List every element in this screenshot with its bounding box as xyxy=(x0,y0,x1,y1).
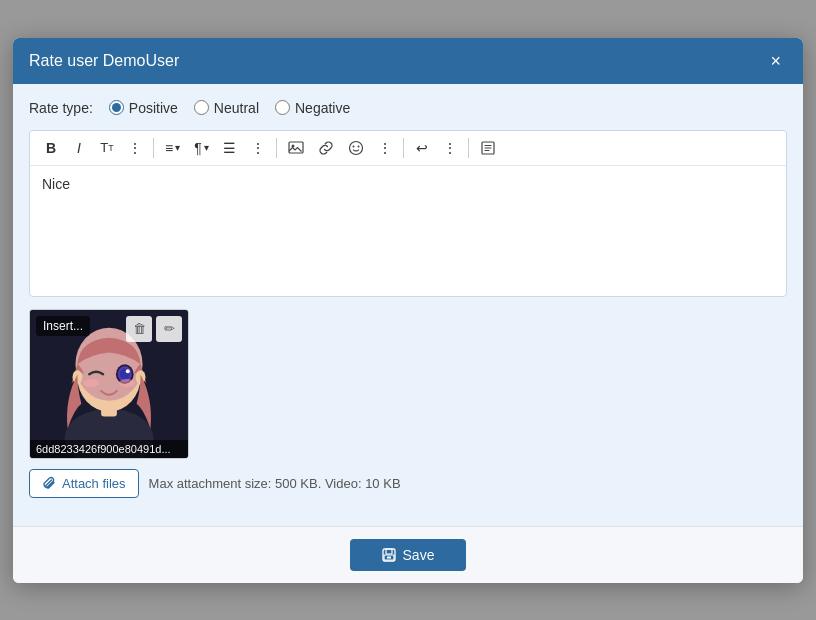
editor-text: Nice xyxy=(42,176,70,192)
svg-point-1 xyxy=(291,144,294,147)
paperclip-icon xyxy=(42,476,56,490)
bold-button[interactable]: B xyxy=(38,135,64,161)
radio-positive[interactable] xyxy=(109,100,124,115)
more-history-button[interactable]: ⋮ xyxy=(437,135,463,161)
save-icon xyxy=(382,548,396,562)
radio-positive-label: Positive xyxy=(129,100,178,116)
svg-point-3 xyxy=(352,145,354,147)
rate-type-label: Rate type: xyxy=(29,100,93,116)
more-text-button[interactable]: ⋮ xyxy=(122,135,148,161)
modal-body: Rate type: Positive Neutral Negative xyxy=(13,84,803,526)
link-button[interactable] xyxy=(312,135,340,161)
radio-group: Positive Neutral Negative xyxy=(109,100,350,116)
svg-point-16 xyxy=(119,379,135,387)
image-edit-button[interactable]: ✏ xyxy=(156,316,182,342)
more-format-button[interactable]: ⋮ xyxy=(245,135,271,161)
image-thumbnail: Insert... 🗑 ✏ 6dd8233426f900e80491d... xyxy=(29,309,189,459)
rate-type-row: Rate type: Positive Neutral Negative xyxy=(29,100,787,116)
attach-info-text: Max attachment size: 500 KB. Video: 10 K… xyxy=(149,476,401,491)
toolbar-separator-4 xyxy=(468,138,469,158)
toolbar-separator-3 xyxy=(403,138,404,158)
svg-rect-20 xyxy=(386,549,392,554)
attach-files-button[interactable]: Attach files xyxy=(29,469,139,498)
save-button[interactable]: Save xyxy=(350,539,467,571)
modal-overlay: Rate user DemoUser × Rate type: Positive… xyxy=(0,0,816,620)
attachment-image-row: Insert... 🗑 ✏ 6dd8233426f900e80491d... xyxy=(29,309,787,459)
more-insert-button[interactable]: ⋮ xyxy=(372,135,398,161)
editor-content-area[interactable]: Nice xyxy=(30,166,786,296)
list-button[interactable]: ☰ xyxy=(217,135,243,161)
emoji-button[interactable] xyxy=(342,135,370,161)
toolbar-separator-2 xyxy=(276,138,277,158)
svg-point-14 xyxy=(126,369,130,373)
italic-button[interactable]: I xyxy=(66,135,92,161)
preview-button[interactable] xyxy=(474,135,502,161)
text-size-button[interactable]: TT xyxy=(94,135,120,161)
attachment-section: Insert... 🗑 ✏ 6dd8233426f900e80491d... xyxy=(29,309,787,498)
radio-neutral-label: Neutral xyxy=(214,100,259,116)
radio-negative[interactable] xyxy=(275,100,290,115)
image-button[interactable] xyxy=(282,135,310,161)
editor-container: B I TT ⋮ ≡ ▾ ¶ ▾ ☰ ⋮ xyxy=(29,130,787,297)
svg-rect-22 xyxy=(387,556,391,558)
attach-files-label: Attach files xyxy=(62,476,126,491)
radio-option-negative[interactable]: Negative xyxy=(275,100,350,116)
save-label: Save xyxy=(403,547,435,563)
rate-user-modal: Rate user DemoUser × Rate type: Positive… xyxy=(13,38,803,583)
svg-point-4 xyxy=(357,145,359,147)
modal-footer: Save xyxy=(13,526,803,583)
image-action-buttons: 🗑 ✏ xyxy=(126,316,182,342)
modal-header: Rate user DemoUser × xyxy=(13,38,803,84)
attach-info-row: Attach files Max attachment size: 500 KB… xyxy=(29,469,787,498)
radio-neutral[interactable] xyxy=(194,100,209,115)
toolbar-separator-1 xyxy=(153,138,154,158)
image-insert-button[interactable]: Insert... xyxy=(36,316,90,336)
editor-toolbar: B I TT ⋮ ≡ ▾ ¶ ▾ ☰ ⋮ xyxy=(30,131,786,166)
image-delete-button[interactable]: 🗑 xyxy=(126,316,152,342)
paragraph-button[interactable]: ¶ ▾ xyxy=(188,135,215,161)
modal-close-button[interactable]: × xyxy=(764,50,787,72)
svg-point-2 xyxy=(349,141,362,154)
radio-option-neutral[interactable]: Neutral xyxy=(194,100,259,116)
modal-title: Rate user DemoUser xyxy=(29,52,179,70)
svg-point-15 xyxy=(83,379,99,387)
radio-option-positive[interactable]: Positive xyxy=(109,100,178,116)
radio-negative-label: Negative xyxy=(295,100,350,116)
image-filename: 6dd8233426f900e80491d... xyxy=(30,440,188,458)
undo-button[interactable]: ↩ xyxy=(409,135,435,161)
align-button[interactable]: ≡ ▾ xyxy=(159,135,186,161)
